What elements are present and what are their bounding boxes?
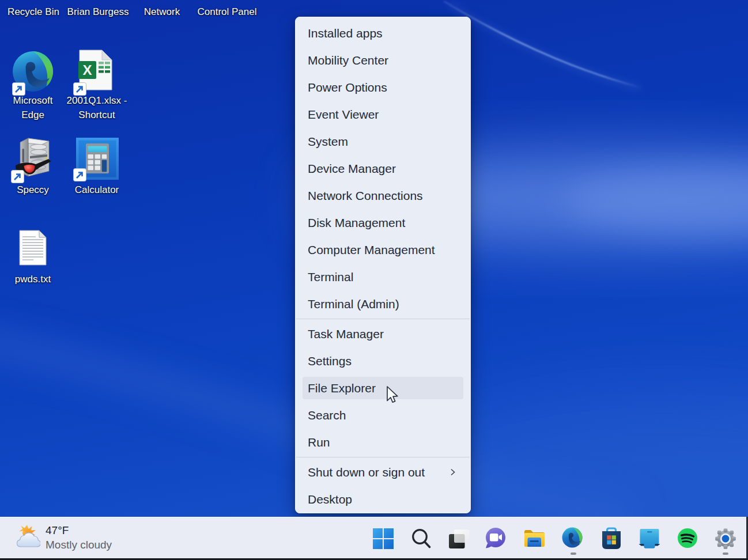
svg-text:X: X (82, 62, 92, 78)
